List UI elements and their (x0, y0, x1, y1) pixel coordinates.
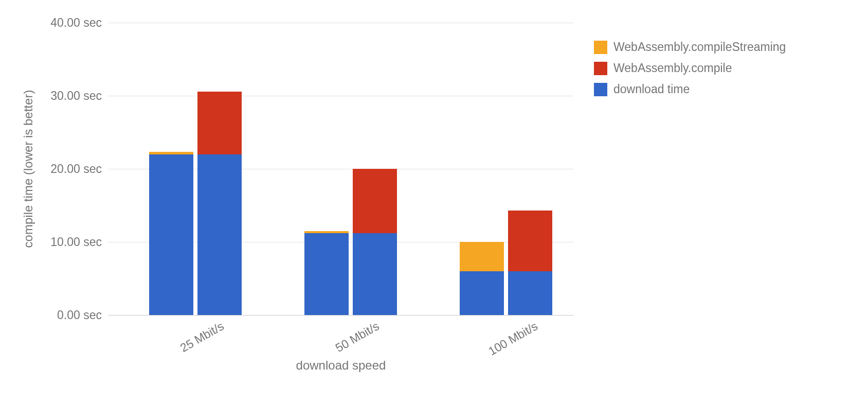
stacked-bar-streaming (149, 152, 193, 315)
y-tick-label: 20.00 sec (50, 162, 102, 176)
bar-group (149, 23, 242, 315)
y-tick-label: 30.00 sec (50, 89, 102, 103)
bar-segment (508, 271, 552, 315)
legend-swatch (594, 62, 607, 75)
chart-container: compile time (lower is better) download … (0, 0, 868, 420)
bar-segment (460, 242, 504, 271)
bar-group (304, 23, 397, 315)
stacked-bar-streaming (304, 231, 349, 315)
bar-segment (353, 233, 397, 315)
plot-area: compile time (lower is better) download … (108, 23, 574, 316)
stacked-bar-nonstreaming (353, 169, 397, 315)
bar-segment (508, 211, 552, 271)
x-axis-label: download speed (296, 358, 386, 373)
bar-segment (197, 154, 242, 315)
bar-segment (460, 271, 504, 315)
legend-label: WebAssembly.compileStreaming (613, 40, 786, 54)
bar-segment (353, 169, 397, 233)
x-tick-label: 100 Mbit/s (486, 319, 540, 358)
legend-item: download time (594, 82, 786, 96)
bar-segment (197, 92, 242, 154)
stacked-bar-nonstreaming (508, 211, 552, 315)
y-tick-label: 10.00 sec (50, 235, 102, 249)
legend-swatch (594, 41, 607, 54)
x-tick-label: 25 Mbit/s (178, 319, 226, 355)
bar-segment (149, 152, 193, 154)
y-axis-label: compile time (lower is better) (21, 90, 35, 248)
bar-segment (149, 154, 193, 315)
legend-item: WebAssembly.compile (594, 61, 786, 75)
y-tick-label: 40.00 sec (50, 16, 102, 30)
bar-segment (304, 231, 349, 233)
bar-segment (304, 233, 349, 315)
bar-group (460, 23, 552, 315)
legend-label: WebAssembly.compile (613, 61, 732, 75)
legend-label: download time (613, 82, 690, 96)
x-tick-label: 50 Mbit/s (333, 319, 382, 355)
y-tick-label: 0.00 sec (57, 308, 102, 322)
legend: WebAssembly.compileStreamingWebAssembly.… (594, 40, 786, 103)
legend-item: WebAssembly.compileStreaming (594, 40, 786, 54)
legend-swatch (594, 83, 607, 96)
stacked-bar-streaming (460, 242, 504, 315)
stacked-bar-nonstreaming (197, 91, 242, 315)
